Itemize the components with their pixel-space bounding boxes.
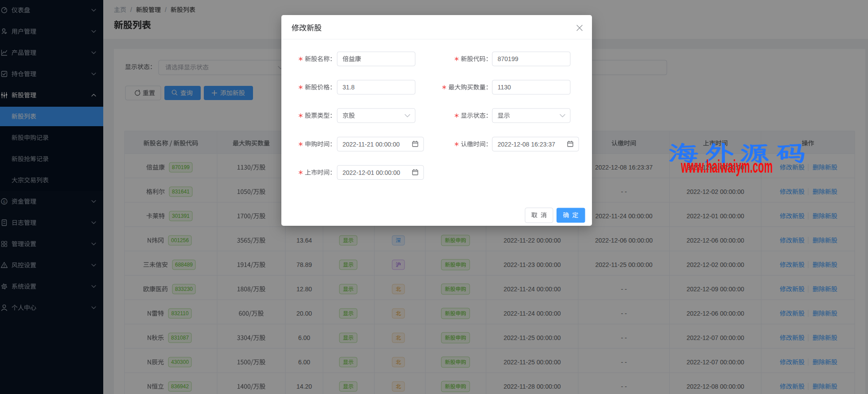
svg-text:870199: 870199: [498, 55, 518, 62]
svg-text:www.haiwaiym.com: www.haiwaiym.com: [681, 157, 773, 176]
svg-text:2022-12-01 00:00:00: 2022-12-01 00:00:00: [343, 169, 400, 176]
svg-text:2022-11-21 00:00:00: 2022-11-21 00:00:00: [343, 141, 400, 148]
svg-text:2022-12-08 16:23:37: 2022-12-08 16:23:37: [498, 141, 555, 148]
svg-text:31.8: 31.8: [343, 84, 354, 91]
svg-text:1130: 1130: [498, 84, 511, 91]
